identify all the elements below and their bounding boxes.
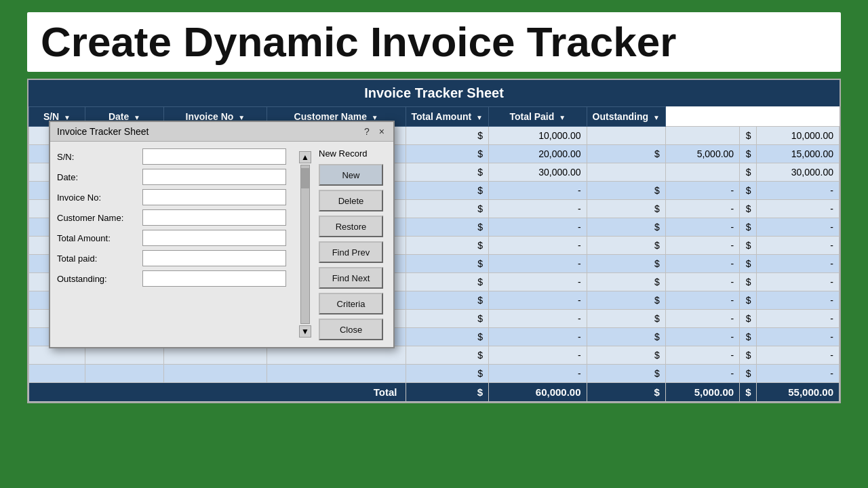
empty-cell [267,346,406,365]
empty-amount: - [757,237,840,255]
currency-symbol: $ [406,346,488,365]
empty-amount: - [488,237,587,255]
currency-symbol: $ [587,310,665,328]
currency-symbol: $ [740,163,757,182]
col-outstanding[interactable]: Outstanding ▼ [587,107,665,127]
dialog-titlebar: Invoice Tracker Sheet ? × [50,122,393,142]
dialog-close-button[interactable]: × [377,126,387,137]
empty-amount: - [488,273,587,291]
new-button[interactable]: New [319,164,383,186]
currency-symbol: $ [740,310,757,328]
restore-button[interactable]: Restore [319,216,383,237]
col-total-paid[interactable]: Total Paid ▼ [488,107,587,127]
currency-symbol: $ [406,145,488,163]
input-invoice-no[interactable] [142,189,286,205]
empty-cell [29,365,85,383]
form-row-customer-name: Customer Name: [57,209,286,226]
total-amount-sym: $ [406,383,488,402]
col-total-amount[interactable]: Total Amount ▼ [406,107,488,127]
empty-amount: - [665,218,739,237]
currency-symbol: $ [587,273,665,291]
currency-symbol: $ [406,182,488,200]
currency-symbol [587,127,665,145]
cell-value: 30,000.00 [488,163,587,182]
criteria-button[interactable]: Criteria [319,293,383,314]
empty-cell [164,346,267,365]
title-banner: Create Dynamic Invoice Tracker [27,12,841,72]
label-total-paid: Total paid: [57,253,138,264]
input-outstanding[interactable] [142,270,286,287]
scroll-arrows: ▲ ▼ [298,148,312,340]
currency-symbol: $ [406,127,488,145]
cell-value [665,127,739,145]
currency-symbol: $ [740,127,757,145]
sheet-title: Invoice Tracker Sheet [28,80,840,106]
scroll-down-button[interactable]: ▼ [299,325,311,338]
empty-amount: - [488,346,587,365]
currency-symbol: $ [587,328,665,346]
form-row-sn: S/N: [57,148,286,165]
currency-symbol: $ [587,346,665,365]
total-paid-value: 5,000.00 [665,383,739,402]
empty-amount: - [488,200,587,218]
empty-amount: - [488,310,587,328]
currency-symbol: $ [406,291,488,310]
empty-amount: - [757,365,840,383]
delete-button[interactable]: Delete [319,190,383,211]
input-total-amount[interactable] [142,230,286,246]
scroll-up-button[interactable]: ▲ [299,151,311,163]
find-next-button[interactable]: Find Next [319,267,383,289]
dialog-title: Invoice Tracker Sheet [57,126,149,137]
empty-amount: - [757,218,840,237]
cell-value: 20,000.00 [488,145,587,163]
empty-amount: - [757,291,840,310]
buttons-area: New Record New Delete Restore Find Prev … [319,148,387,340]
input-sn[interactable] [142,148,286,165]
currency-symbol: $ [406,163,488,182]
currency-symbol: $ [406,310,488,328]
empty-amount: - [488,365,587,383]
cell-value: 10,000.00 [488,127,587,145]
empty-amount: - [665,182,739,200]
empty-cell [267,365,406,383]
currency-symbol: $ [406,237,488,255]
empty-amount: - [757,200,840,218]
total-outstanding-sym: $ [740,383,757,402]
close-dialog-button[interactable]: Close [319,319,383,340]
cell-value: 10,000.00 [757,127,840,145]
spreadsheet-container: Invoice Tracker Sheet S/N ▼ Date ▼ Invoi… [27,79,841,403]
currency-symbol: $ [587,200,665,218]
find-prev-button[interactable]: Find Prev [319,241,383,263]
currency-symbol: $ [587,182,665,200]
form-area: S/N: Date: Invoice No: Customer Name: To… [57,148,292,340]
currency-symbol [587,163,665,182]
empty-cell [164,365,267,383]
form-row-invoice-no: Invoice No: [57,189,286,205]
empty-amount: - [665,328,739,346]
cell-value: 5,000.00 [665,145,739,163]
cell-value: 15,000.00 [757,145,840,163]
filter-arrow-paid: ▼ [559,114,566,121]
empty-amount: - [488,182,587,200]
filter-arrow-amount: ▼ [476,114,483,121]
empty-amount: - [488,291,587,310]
empty-amount: - [488,255,587,273]
input-total-paid[interactable] [142,250,286,266]
currency-symbol: $ [406,273,488,291]
dialog-help-button[interactable]: ? [362,126,372,137]
filter-arrow-outstanding: ▼ [653,114,660,121]
label-customer-name: Customer Name: [57,213,138,223]
cell-value [665,163,739,182]
label-date: Date: [57,172,138,182]
data-form-dialog: Invoice Tracker Sheet ? × S/N: Date: Inv… [49,121,395,348]
currency-symbol: $ [587,291,665,310]
label-total-amount: Total Amount: [57,233,138,243]
total-row: Total$60,000.00$5,000.00$55,000.00 [29,383,840,402]
empty-amount: - [757,346,840,365]
total-amount-value: 60,000.00 [488,383,587,402]
currency-symbol: $ [740,328,757,346]
input-customer-name[interactable] [142,209,286,226]
form-row-date: Date: [57,169,286,185]
input-date[interactable] [142,169,286,185]
dialog-titlebar-icons: ? × [362,126,387,137]
